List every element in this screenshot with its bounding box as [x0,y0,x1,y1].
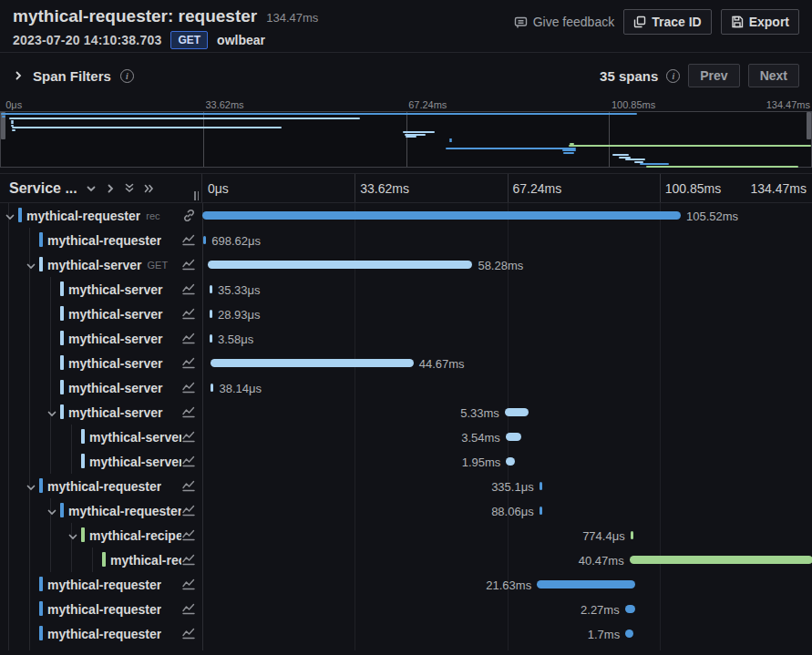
trace-minimap[interactable]: 0μs33.62ms67.24ms100.85ms134.47ms [0,98,812,169]
trace-id-button[interactable]: Trace ID [623,9,711,35]
duration-bar[interactable] [630,556,812,564]
tree-guide-line [29,375,30,400]
span-row-left: mythical-server [0,375,202,400]
duration-bar[interactable] [211,384,213,392]
duration-label: 5.33ms [460,406,499,420]
span-row[interactable]: mythical-requester2.27ms [0,597,812,621]
minimap-tick-labels: 0μs33.62ms67.24ms100.85ms134.47ms [0,98,812,111]
chevron-down-icon[interactable] [46,406,57,417]
duration-bar[interactable] [625,629,632,638]
duration-bar[interactable] [540,482,542,490]
duration-bar[interactable] [208,261,472,269]
minimap-right-drag-handle[interactable] [807,112,811,139]
chart-icon[interactable] [181,356,196,370]
chart-icon[interactable] [181,479,196,493]
duration-label: 38.14μs [219,382,262,395]
minimap-span [612,154,629,156]
span-row[interactable]: mythical-requester335.1μs [0,474,812,498]
chart-icon[interactable] [181,405,196,419]
duration-bar[interactable] [505,408,529,416]
info-icon[interactable]: i [666,69,680,83]
duration-bar[interactable] [540,507,542,515]
chart-icon[interactable] [181,307,196,321]
chevron-down-icon[interactable] [5,210,15,220]
span-row-timeline: 5.33ms [202,400,812,425]
span-row[interactable]: mythical-recipee40.47ms [0,548,812,572]
duration-bar[interactable] [631,531,634,539]
tree-guide-line [50,523,51,548]
span-row[interactable]: mythical-server1.95ms [0,449,812,474]
double-angle-down-icon[interactable] [124,182,135,194]
chart-icon[interactable] [181,528,196,542]
span-filters-title[interactable]: Span Filters [33,68,111,84]
chevron-down-icon[interactable] [46,505,57,516]
axis-tick-label: 67.24ms [513,181,562,196]
span-row[interactable]: mythical-server28.93μs [0,302,812,326]
tree-guide-line [8,572,9,597]
prev-button[interactable]: Prev [688,64,739,87]
span-row[interactable]: mythical-recipee774.4μs [0,523,812,548]
chart-icon[interactable] [181,332,196,345]
span-row[interactable]: mythical-server38.14μs [0,375,812,400]
tree-guide-line [8,326,9,351]
span-row[interactable]: mythical-requester21.63ms [0,572,812,597]
span-row[interactable]: mythical-serverGET58.28ms [0,252,812,277]
span-service-name: mythical-requester [47,479,161,494]
next-button[interactable]: Next [748,64,799,87]
chevron-down-icon[interactable] [67,529,78,540]
chevron-right-icon[interactable] [13,70,24,81]
chart-icon[interactable] [181,233,196,247]
export-button[interactable]: Export [721,9,799,35]
chevron-down-icon[interactable] [26,259,36,270]
angle-right-icon[interactable] [105,183,116,194]
chart-icon[interactable] [181,282,196,296]
duration-bar[interactable] [202,211,681,220]
span-service-name: mythical-requester [47,578,161,592]
span-row[interactable]: mythical-server35.33μs [0,277,812,302]
span-row[interactable]: mythical-server3.58μs [0,326,812,351]
tree-guide-line [50,277,51,302]
chart-icon[interactable] [181,430,196,444]
chart-icon[interactable] [181,602,196,616]
service-color-indicator [81,454,85,468]
duration-bar[interactable] [210,285,212,293]
chart-icon[interactable] [181,627,196,640]
link-icon[interactable] [182,209,196,222]
minimap-span [11,122,14,124]
duration-bar[interactable] [506,457,515,466]
span-row[interactable]: mythical-server5.33ms [0,400,812,425]
tree-guide-line [8,252,9,277]
span-row[interactable]: mythical-requesterrec105.52ms [0,203,812,228]
span-row[interactable]: mythical-server44.67ms [0,351,812,375]
duration-bar[interactable] [537,580,635,588]
tree-guide-line [71,449,72,474]
duration-bar[interactable] [203,236,206,244]
span-row[interactable]: mythical-server3.54ms [0,425,812,449]
double-angle-right-icon[interactable] [143,183,155,194]
column-resize-handle[interactable] [194,191,199,200]
duration-bar[interactable] [210,334,212,343]
service-color-indicator [60,380,64,394]
chart-icon[interactable] [181,504,196,517]
duration-bar[interactable] [506,433,522,441]
duration-bar[interactable] [210,310,212,318]
info-icon[interactable]: i [120,69,134,83]
give-feedback-link[interactable]: Give feedback [514,15,615,29]
chart-icon[interactable] [181,258,196,271]
span-row-timeline: 35.33μs [202,277,812,302]
span-row[interactable]: mythical-requester1.7ms [0,621,812,646]
minimap-canvas[interactable] [0,111,812,168]
span-row[interactable] [0,646,812,650]
chevron-down-icon[interactable] [26,480,36,491]
tree-guide-line [8,351,9,375]
duration-bar[interactable] [625,605,635,613]
span-row[interactable]: mythical-requester698.62μs [0,228,812,252]
duration-bar[interactable] [211,359,413,367]
chart-icon[interactable] [181,455,196,468]
span-row[interactable]: mythical-requester88.06μs [0,498,812,523]
chart-icon[interactable] [181,381,196,394]
chevron-down-icon[interactable] [86,183,97,194]
chart-icon[interactable] [181,578,196,591]
span-service-name: mythical-server [68,405,163,420]
chart-icon[interactable] [181,553,196,567]
